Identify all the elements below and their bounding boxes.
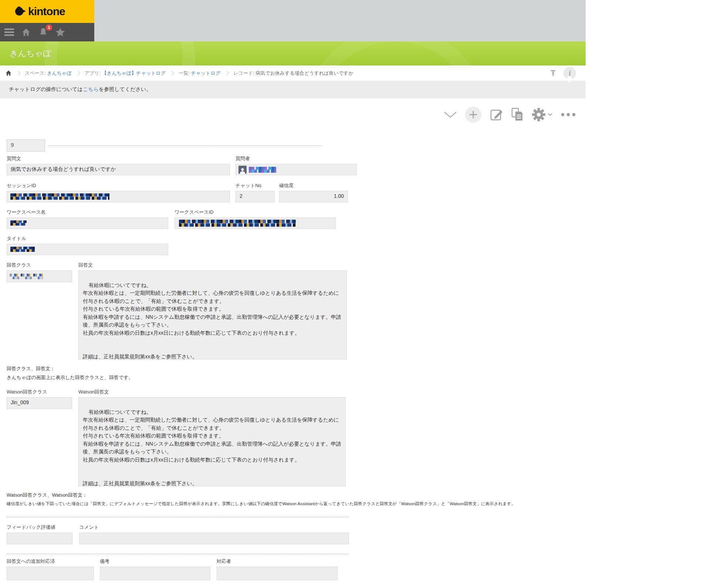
questioner-label: 質問者 [236, 155, 250, 162]
space-title: きんちゃぼ [10, 48, 51, 59]
breadcrumb-item-view: 一覧: チャットログ [179, 70, 220, 77]
handler-field [217, 567, 338, 580]
session-id-redacted-value [10, 193, 109, 200]
breadcrumb-item-record: レコード: 病気でお休みする場合どうすれば良いですか [233, 70, 353, 77]
watson-class-label: Watson回答クラス [7, 389, 47, 395]
workspace-id-label: ワークスペースID [175, 209, 214, 216]
add-record-icon[interactable] [465, 107, 481, 123]
kintone-record-page: kintone 1 きんちゃぼ スペース: きんちゃぼ アプ [0, 0, 701, 588]
home-icon[interactable] [21, 28, 31, 37]
workspace-id-redacted-value [179, 220, 296, 227]
remarks-field [100, 567, 210, 580]
field-group-divider [7, 517, 349, 517]
notice-link[interactable]: こちら [83, 86, 99, 92]
question-label: 質問文 [7, 155, 21, 162]
breadcrumb-item-app: アプリ: 【きんちゃぼ】チャットログ [85, 70, 166, 77]
answer-note-title: 回答クラス、回答文： [7, 365, 55, 372]
kintone-logo-text: kintone [28, 5, 65, 18]
record-toolbar [0, 98, 586, 131]
workspace-name-field [7, 217, 168, 229]
question-field: 病気でお休みする場合どうすれば良いですか [7, 164, 230, 175]
watson-text-label: Watson回答文 [78, 389, 109, 395]
field-group-divider [7, 554, 349, 554]
feedback-label: フィードバック評価値 [7, 524, 55, 531]
confidence-field: 1.00 [279, 191, 348, 202]
hamburger-menu-icon[interactable] [4, 28, 14, 37]
answer-text-label: 回答文 [78, 262, 93, 268]
settings-gear-icon[interactable] [532, 108, 546, 122]
breadcrumb-item-space: スペース: きんちゃぼ [25, 70, 72, 77]
user-avatar-icon [238, 166, 247, 174]
edit-record-icon[interactable] [490, 108, 503, 121]
answer-class-label: 回答クラス [7, 262, 31, 268]
breadcrumb-separator-icon [16, 71, 20, 75]
chat-no-label: チャットNo [236, 182, 261, 189]
answer-class-redacted-value [10, 274, 43, 279]
favorite-star-icon[interactable] [55, 28, 65, 37]
title-label: タイトル [7, 235, 26, 242]
title-redacted-value [10, 247, 35, 252]
breadcrumb-separator-icon [75, 71, 80, 75]
more-options-icon[interactable] [561, 113, 576, 116]
collapse-chevron-icon[interactable] [444, 111, 457, 118]
space-header: きんちゃぼ [0, 41, 586, 65]
kintone-logo-block[interactable]: kintone [0, 0, 94, 23]
watson-note-body: 確信度がしきい値を下回っていた場合には「回答文」にデフォルトメッセージで指定した… [7, 501, 539, 507]
pin-icon[interactable] [549, 70, 557, 77]
kintone-logo: kintone [14, 5, 65, 18]
comment-field [79, 533, 349, 544]
notification-count-badge: 1 [46, 24, 52, 31]
answer-note-body: きんちゃぼの画面上に表示した回答クラスと、回答です。 [7, 374, 133, 381]
breadcrumb-link-view[interactable]: チャットログ [191, 70, 220, 76]
duplicate-record-icon[interactable] [511, 108, 524, 122]
breadcrumb-link-app[interactable]: 【きんちゃぼ】チャットログ [102, 70, 166, 76]
remarks-label: 備考 [100, 558, 109, 565]
chat-no-field: 2 [236, 191, 275, 202]
watson-note-title: Watson回答クラス、Watson回答文： [7, 492, 87, 499]
handler-label: 対応者 [217, 558, 231, 565]
notice-bar: チャットログの操作についてはこちらを参照してください。 [0, 81, 586, 98]
settings-dropdown-chevron-icon[interactable] [548, 113, 552, 116]
breadcrumb: スペース: きんちゃぼ アプリ: 【きんちゃぼ】チャットログ 一覧: チャットロ… [0, 65, 586, 81]
confidence-label: 確信度 [279, 182, 294, 189]
field-group-divider [49, 145, 322, 146]
notice-text: チャットログの操作については [9, 86, 83, 92]
notification-bell-icon[interactable]: 1 [39, 28, 49, 37]
kintone-bird-icon [14, 6, 26, 17]
workspace-name-redacted-value [10, 220, 27, 226]
comment-label: コメント [79, 524, 99, 531]
feedback-field [7, 533, 72, 544]
global-nav-bar: 1 [0, 23, 94, 41]
watson-class-field: Jin_009 [7, 397, 72, 409]
watson-text-field: 有給休暇についてですね。 年次有給休暇とは、一定期間勤続した労働者に対して、心身… [78, 397, 346, 486]
breadcrumb-separator-icon [224, 71, 229, 75]
breadcrumb-home-icon[interactable] [5, 70, 12, 76]
handled-label: 回答文への追加対応済 [7, 558, 55, 565]
header-background [94, 0, 586, 41]
record-number-field: 9 [7, 139, 45, 152]
answer-text-field: 有給休暇についてですね。 年次有給休暇とは、一定期間勤続した労働者に対して、心身… [78, 270, 347, 359]
handled-field [7, 567, 94, 580]
workspace-name-label: ワークスペース名 [7, 209, 46, 216]
session-id-label: セッションID [7, 182, 36, 189]
breadcrumb-link-space[interactable]: きんちゃぼ [47, 70, 72, 76]
breadcrumb-separator-icon [169, 71, 174, 75]
questioner-redacted-value [249, 167, 276, 173]
